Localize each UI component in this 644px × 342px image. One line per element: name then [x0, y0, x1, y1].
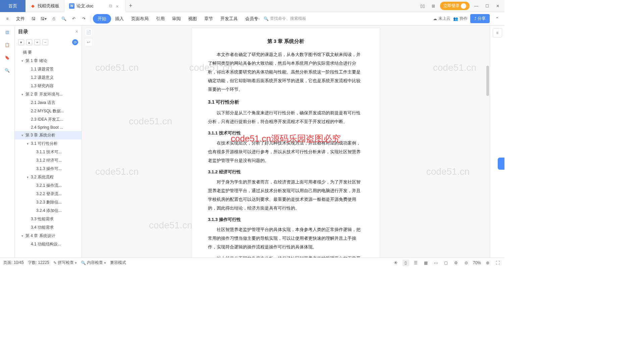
ai-panel-icon[interactable]: ≡: [493, 28, 502, 38]
titlebar: 首页 ◆ 找稻壳模板 W 论文.doc ⧉ × + ▯▯ ⊞ 立即登录 — ☐ …: [0, 0, 504, 12]
scroll-thumb[interactable]: [486, 66, 489, 96]
search-panel-icon[interactable]: 🔍: [3, 66, 11, 74]
outline-item[interactable]: 3.4 功能需求: [15, 223, 82, 232]
eye-icon[interactable]: 👁: [392, 260, 399, 266]
window-detach-icon[interactable]: ⧉: [109, 3, 112, 9]
outline-item[interactable]: 1.3 研究内容: [15, 82, 82, 90]
menu-icon[interactable]: ≡: [3, 14, 12, 23]
save-icon[interactable]: 🖫: [29, 14, 38, 23]
outline-item[interactable]: 1.2 课题意义: [15, 73, 82, 82]
print-icon[interactable]: ⎙: [49, 14, 58, 23]
spellcheck-button[interactable]: ✎拼写检查▾: [53, 260, 77, 266]
outline-item[interactable]: ▾第 4 章 系统设计: [15, 232, 82, 240]
outline-item[interactable]: 1.1 课题背景: [15, 65, 82, 73]
menu-review[interactable]: 审阅: [169, 14, 184, 24]
menu-vip[interactable]: 会员专›: [242, 14, 263, 24]
zoom-level[interactable]: 70%: [473, 261, 481, 265]
login-button[interactable]: 立即登录: [440, 2, 470, 10]
back-icon[interactable]: ↩: [85, 38, 93, 46]
tab-home[interactable]: 首页: [0, 0, 25, 12]
coop-button[interactable]: 👥协作: [453, 16, 468, 21]
menu-insert[interactable]: 插入: [112, 14, 127, 24]
outline-item[interactable]: 3.1.1 技术可...: [15, 148, 82, 156]
layout-icon[interactable]: ▯▯: [419, 2, 427, 10]
outline-item[interactable]: 2.2 MYSQL 数据...: [15, 107, 82, 115]
outline-item[interactable]: 3.2.4 添加信...: [15, 207, 82, 215]
outline-tab-icon[interactable]: ▤: [3, 28, 11, 36]
paragraph: 在技术实现层次，分析了好几种技术实现方法，并且都有对应的成功案例，也有很多开源模…: [208, 139, 364, 165]
zoom-out-icon[interactable]: ⊖: [463, 260, 470, 266]
tab-label: 找稻壳模板: [38, 3, 59, 9]
close-window-icon[interactable]: ✕: [494, 2, 502, 10]
view-page-icon[interactable]: ▯: [402, 260, 409, 266]
close-icon[interactable]: ×: [116, 4, 121, 8]
outline-list: 摘 要▾第 1 章 绪论1.1 课题背景1.2 课题意义1.3 研究内容▾第 2…: [15, 47, 82, 258]
outline-item[interactable]: 3.1.2 经济可...: [15, 156, 82, 165]
expand-all-icon[interactable]: ▴: [26, 39, 32, 45]
cloud-status[interactable]: ☁未上云: [433, 16, 450, 21]
outline-item[interactable]: 2.3 IDEA 开发工...: [15, 115, 82, 124]
saveas-icon[interactable]: 🖫▾: [39, 14, 48, 23]
outline-item[interactable]: 3.3 性能需求: [15, 215, 82, 223]
page-icon[interactable]: 📄: [85, 28, 93, 36]
compat-mode[interactable]: 兼容模式: [110, 260, 126, 266]
chapter-title: 第 3 章 系统分析: [208, 36, 364, 46]
menu-devtools[interactable]: 开发工具: [217, 14, 241, 24]
outline-item[interactable]: 3.2.1 操作流...: [15, 181, 82, 190]
word-count[interactable]: 字数: 12225: [28, 260, 49, 266]
menu-reference[interactable]: 引用: [153, 14, 168, 24]
bookmark-icon[interactable]: 🔖: [3, 54, 11, 62]
content-check-button[interactable]: 🔍内容检查▾: [81, 260, 106, 266]
outline-item[interactable]: 3.1.3 操作可...: [15, 165, 82, 173]
view-read-icon[interactable]: ▭: [433, 260, 439, 266]
tab-document[interactable]: W 论文.doc ⧉ ×: [64, 0, 126, 12]
clipboard-icon[interactable]: 📋: [3, 41, 11, 49]
paragraph: 本文作者在确定了研究的课题之后，从各大数字图书馆下载文献来阅读，并了解同类型的网…: [208, 50, 364, 94]
scrollbar[interactable]: [486, 25, 489, 258]
file-menu[interactable]: 文件: [13, 14, 28, 24]
tab-template[interactable]: ◆ 找稻壳模板: [25, 0, 64, 12]
collapse-ribbon-icon[interactable]: ⌃: [492, 14, 502, 23]
outline-item[interactable]: ▾3.1 可行性分析: [15, 139, 82, 148]
redo-icon[interactable]: ↷: [79, 14, 89, 23]
outline-item[interactable]: ▾第 1 章 绪论: [15, 57, 82, 65]
outline-item[interactable]: ▾第 2 章 开发环境与...: [15, 90, 82, 99]
outline-item[interactable]: 3.2.3 删除信...: [15, 198, 82, 207]
tab-label: 论文.doc: [76, 3, 94, 9]
apps-icon[interactable]: ⊞: [429, 2, 437, 10]
collapse-all-icon[interactable]: ▾: [18, 39, 24, 45]
preview-icon[interactable]: 🔍: [59, 14, 68, 23]
remove-icon[interactable]: −: [42, 39, 48, 45]
view-outline-icon[interactable]: ☰: [413, 260, 419, 266]
command-search[interactable]: 🔍 查找命令、搜索模板: [264, 16, 306, 21]
new-tab-button[interactable]: +: [126, 2, 136, 9]
share-button[interactable]: ⤴分享: [470, 14, 490, 23]
page-indicator[interactable]: 页面: 10/45: [3, 260, 24, 266]
outline-item[interactable]: ▾3.2 系统流程: [15, 173, 82, 181]
view-print-icon[interactable]: ▢: [443, 260, 449, 266]
outline-item[interactable]: 2.4 Spring Boot ...: [15, 124, 82, 131]
close-icon[interactable]: ×: [75, 29, 78, 34]
side-tab-button[interactable]: [498, 158, 504, 170]
minimize-icon[interactable]: —: [472, 2, 480, 10]
heading-3-1-3: 3.1.3 操作可行性: [208, 215, 364, 224]
outline-item[interactable]: 摘 要: [15, 48, 82, 57]
outline-item[interactable]: 3.2.2 登录流...: [15, 190, 82, 198]
add-icon[interactable]: +: [34, 39, 40, 45]
spell-icon: ✎: [53, 261, 57, 265]
menu-chapter[interactable]: 章节: [201, 14, 216, 24]
maximize-icon[interactable]: ☐: [483, 2, 491, 10]
sync-icon[interactable]: ⟳: [72, 39, 78, 45]
menu-view[interactable]: 视图: [185, 14, 200, 24]
fullscreen-icon[interactable]: ⛶: [494, 260, 501, 266]
menu-layout[interactable]: 页面布局: [128, 14, 152, 24]
outline-item[interactable]: 4.1 功能结构设...: [15, 240, 82, 248]
settings-icon[interactable]: ⚙: [453, 260, 460, 266]
view-web-icon[interactable]: ▦: [423, 260, 429, 266]
outline-item[interactable]: ▾第 3 章 系统分析: [15, 131, 82, 139]
undo-icon[interactable]: ↶: [69, 14, 78, 23]
zoom-in-icon[interactable]: ⊕: [484, 260, 491, 266]
document-page[interactable]: 第 3 章 系统分析 本文作者在确定了研究的课题之后，从各大数字图书馆下载文献来…: [192, 28, 380, 258]
outline-item[interactable]: 2.1 Java 语言: [15, 99, 82, 107]
menu-start[interactable]: 开始: [93, 14, 111, 23]
